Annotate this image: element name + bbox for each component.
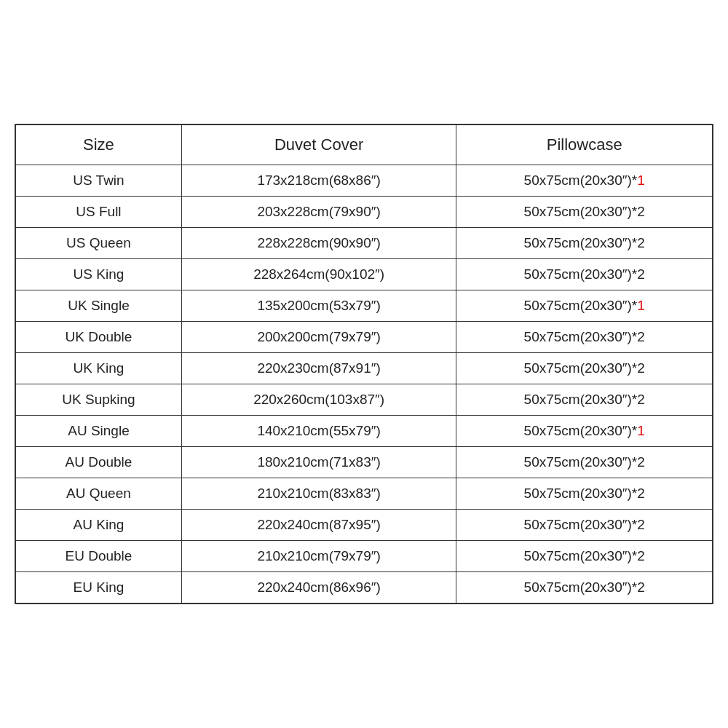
cell-size: US King xyxy=(16,259,182,290)
table-row: AU Queen210x210cm(83x83″)50x75cm(20x30″)… xyxy=(16,478,713,510)
cell-pillowcase: 50x75cm(20x30″)*1 xyxy=(456,416,713,447)
pillowcase-base-text: 50x75cm(20x30″)* xyxy=(524,579,638,595)
cell-size: US Queen xyxy=(16,228,182,259)
cell-duvet: 173x218cm(68x86″) xyxy=(181,165,456,197)
table-row: US Queen228x228cm(90x90″)50x75cm(20x30″)… xyxy=(16,228,713,259)
cell-duvet: 203x228cm(79x90″) xyxy=(181,197,456,228)
pillowcase-base-text: 50x75cm(20x30″)* xyxy=(524,266,638,282)
cell-duvet: 140x210cm(55x79″) xyxy=(181,416,456,447)
table-row: AU Double180x210cm(71x83″)50x75cm(20x30″… xyxy=(16,447,713,478)
pillowcase-count: 2 xyxy=(637,454,645,470)
pillowcase-base-text: 50x75cm(20x30″)* xyxy=(524,392,638,407)
pillowcase-count: 2 xyxy=(637,329,645,344)
table-row: EU Double210x210cm(79x79″)50x75cm(20x30″… xyxy=(16,541,713,572)
pillowcase-count: 2 xyxy=(637,392,645,407)
cell-pillowcase: 50x75cm(20x30″)*2 xyxy=(456,353,713,384)
cell-pillowcase: 50x75cm(20x30″)*1 xyxy=(456,290,713,322)
table-header-row: Size Duvet Cover Pillowcase xyxy=(16,125,713,165)
pillowcase-count: 2 xyxy=(637,360,645,376)
cell-size: UK Supking xyxy=(16,384,182,416)
cell-size: AU King xyxy=(16,510,182,541)
cell-pillowcase: 50x75cm(20x30″)*2 xyxy=(456,478,713,510)
cell-size: UK Single xyxy=(16,290,182,322)
pillowcase-count: 2 xyxy=(637,517,645,532)
table-row: AU King220x240cm(87x95″)50x75cm(20x30″)*… xyxy=(16,510,713,541)
cell-size: EU King xyxy=(16,572,182,604)
table-row: UK King220x230cm(87x91″)50x75cm(20x30″)*… xyxy=(16,353,713,384)
cell-size: AU Single xyxy=(16,416,182,447)
table-row: UK Single135x200cm(53x79″)50x75cm(20x30″… xyxy=(16,290,713,322)
pillowcase-count: 2 xyxy=(637,548,645,563)
pillowcase-count: 1 xyxy=(637,298,645,313)
cell-size: AU Queen xyxy=(16,478,182,510)
pillowcase-base-text: 50x75cm(20x30″)* xyxy=(524,548,638,563)
cell-pillowcase: 50x75cm(20x30″)*2 xyxy=(456,541,713,572)
header-duvet: Duvet Cover xyxy=(181,125,456,165)
cell-size: EU Double xyxy=(16,541,182,572)
cell-size: US Twin xyxy=(16,165,182,197)
pillowcase-count: 1 xyxy=(637,173,645,188)
pillowcase-count: 2 xyxy=(637,235,645,250)
cell-duvet: 210x210cm(83x83″) xyxy=(181,478,456,510)
cell-pillowcase: 50x75cm(20x30″)*2 xyxy=(456,572,713,604)
table-row: UK Double200x200cm(79x79″)50x75cm(20x30″… xyxy=(16,322,713,353)
cell-duvet: 220x240cm(86x96″) xyxy=(181,572,456,604)
cell-pillowcase: 50x75cm(20x30″)*2 xyxy=(456,197,713,228)
table-row: US Full203x228cm(79x90″)50x75cm(20x30″)*… xyxy=(16,197,713,228)
cell-pillowcase: 50x75cm(20x30″)*2 xyxy=(456,447,713,478)
cell-duvet: 200x200cm(79x79″) xyxy=(181,322,456,353)
table-row: US King228x264cm(90x102″)50x75cm(20x30″)… xyxy=(16,259,713,290)
cell-size: US Full xyxy=(16,197,182,228)
pillowcase-base-text: 50x75cm(20x30″)* xyxy=(524,204,638,219)
cell-duvet: 220x230cm(87x91″) xyxy=(181,353,456,384)
pillowcase-base-text: 50x75cm(20x30″)* xyxy=(524,235,638,250)
cell-size: UK Double xyxy=(16,322,182,353)
header-size: Size xyxy=(16,125,182,165)
cell-pillowcase: 50x75cm(20x30″)*2 xyxy=(456,510,713,541)
header-pillowcase: Pillowcase xyxy=(456,125,713,165)
size-chart-container: Size Duvet Cover Pillowcase US Twin173x2… xyxy=(15,124,713,604)
cell-pillowcase: 50x75cm(20x30″)*2 xyxy=(456,384,713,416)
cell-pillowcase: 50x75cm(20x30″)*1 xyxy=(456,165,713,197)
cell-duvet: 228x264cm(90x102″) xyxy=(181,259,456,290)
pillowcase-base-text: 50x75cm(20x30″)* xyxy=(524,173,638,188)
size-chart-table: Size Duvet Cover Pillowcase US Twin173x2… xyxy=(15,124,713,604)
pillowcase-base-text: 50x75cm(20x30″)* xyxy=(524,423,638,438)
table-row: EU King220x240cm(86x96″)50x75cm(20x30″)*… xyxy=(16,572,713,604)
pillowcase-base-text: 50x75cm(20x30″)* xyxy=(524,517,638,532)
cell-duvet: 135x200cm(53x79″) xyxy=(181,290,456,322)
table-row: US Twin173x218cm(68x86″)50x75cm(20x30″)*… xyxy=(16,165,713,197)
table-row: AU Single140x210cm(55x79″)50x75cm(20x30″… xyxy=(16,416,713,447)
pillowcase-base-text: 50x75cm(20x30″)* xyxy=(524,329,638,344)
pillowcase-count: 2 xyxy=(637,486,645,501)
pillowcase-count: 2 xyxy=(637,266,645,282)
cell-size: AU Double xyxy=(16,447,182,478)
pillowcase-base-text: 50x75cm(20x30″)* xyxy=(524,454,638,470)
pillowcase-base-text: 50x75cm(20x30″)* xyxy=(524,298,638,313)
cell-duvet: 228x228cm(90x90″) xyxy=(181,228,456,259)
cell-pillowcase: 50x75cm(20x30″)*2 xyxy=(456,322,713,353)
pillowcase-base-text: 50x75cm(20x30″)* xyxy=(524,486,638,501)
cell-pillowcase: 50x75cm(20x30″)*2 xyxy=(456,259,713,290)
cell-pillowcase: 50x75cm(20x30″)*2 xyxy=(456,228,713,259)
cell-duvet: 210x210cm(79x79″) xyxy=(181,541,456,572)
cell-size: UK King xyxy=(16,353,182,384)
cell-duvet: 220x260cm(103x87″) xyxy=(181,384,456,416)
pillowcase-base-text: 50x75cm(20x30″)* xyxy=(524,360,638,376)
cell-duvet: 220x240cm(87x95″) xyxy=(181,510,456,541)
pillowcase-count: 2 xyxy=(637,204,645,219)
pillowcase-count: 1 xyxy=(637,423,645,438)
table-row: UK Supking220x260cm(103x87″)50x75cm(20x3… xyxy=(16,384,713,416)
pillowcase-count: 2 xyxy=(637,579,645,595)
cell-duvet: 180x210cm(71x83″) xyxy=(181,447,456,478)
